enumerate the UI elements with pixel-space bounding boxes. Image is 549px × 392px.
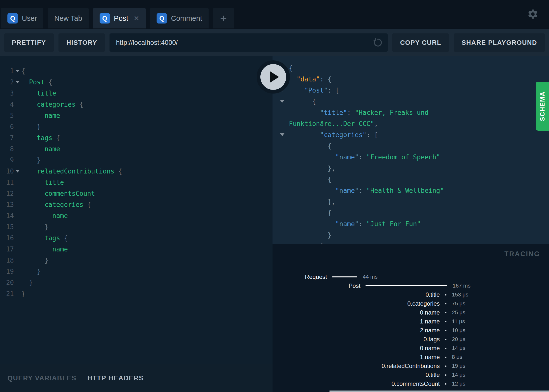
code-line: 11 title (0, 177, 273, 188)
tab-new-tab[interactable]: New Tab (48, 8, 88, 28)
code-text: tags { (21, 234, 68, 242)
tab-bar: Q User New Tab Q Post ✕ Q Comment + (0, 0, 549, 28)
schema-tab-button[interactable]: SCHEMA (536, 82, 549, 131)
trace-row: Post167 ms (273, 281, 549, 290)
history-button[interactable]: HISTORY (58, 33, 105, 52)
line-number: 19 (0, 268, 14, 275)
response-line: "name": "Freedom of Speech" (280, 151, 549, 163)
code-line: 3 title (0, 88, 273, 99)
code-line: 19 } (0, 266, 273, 277)
response-line: "title": "Hacker, Freaks und (280, 107, 549, 118)
query-variables-tab[interactable]: QUERY VARIABLES (7, 374, 77, 382)
tab-label: User (22, 14, 37, 23)
trace-label: Request (273, 273, 327, 280)
response-line: "Post": [ (280, 85, 549, 96)
response-line: { (280, 174, 549, 185)
line-number: 11 (0, 179, 14, 186)
trace-duration-value: 44 ms (363, 274, 378, 280)
line-number: 17 (0, 245, 14, 253)
code-text: name (21, 245, 68, 253)
code-line: 7 tags { (0, 132, 273, 143)
tracing-title: TRACING (504, 250, 540, 258)
code-line: 2 Post { (0, 76, 273, 88)
fold-arrow-icon[interactable] (280, 133, 289, 136)
code-text: categories { (21, 201, 91, 208)
line-number: 10 (0, 168, 14, 175)
tracing-panel: TRACING Request44 msPost167 ms0.title153… (273, 244, 549, 392)
code-line: 6 } (0, 121, 273, 132)
share-playground-button[interactable]: SHARE PLAYGROUND (454, 33, 545, 52)
toolbar: PRETTIFY HISTORY http://localhost:4000/ … (0, 29, 549, 56)
trace-duration-value: 12 μs (452, 381, 465, 387)
trace-row: 0.commentsCount12 μs (273, 379, 549, 388)
prettify-button[interactable]: PRETTIFY (4, 33, 54, 52)
execute-query-button[interactable] (257, 60, 290, 94)
horizontal-scrollbar-thumb[interactable] (329, 391, 549, 392)
line-number: 14 (0, 212, 14, 220)
code-line: 14 name (0, 210, 273, 221)
code-line: 17 name (0, 244, 273, 255)
code-line: 15 } (0, 221, 273, 232)
trace-label: 0.relatedContributions (273, 363, 440, 369)
code-text: } (21, 290, 25, 297)
line-number: 7 (0, 134, 14, 142)
trace-duration-value: 25 μs (452, 309, 465, 316)
code-text: name (21, 112, 60, 119)
left-pane: 1{2 Post {3 title4 categories {5 name6 }… (0, 56, 273, 392)
response-line: "name": "Health & Wellbeing" (280, 185, 549, 196)
trace-label: 1.name (273, 354, 440, 361)
tab-user[interactable]: Q User (1, 8, 43, 28)
response-line: Funktionäre...Der CCC", (280, 118, 549, 129)
response-line: }, (280, 196, 549, 207)
code-line: 20 } (0, 277, 273, 288)
trace-label: 0.tags (273, 336, 440, 343)
reload-schema-icon[interactable] (372, 37, 383, 48)
tab-label: Comment (171, 14, 202, 23)
trace-duration-bar (445, 374, 446, 376)
response-text: { (289, 64, 293, 72)
trace-row: 1.name11 μs (273, 317, 549, 326)
code-line: 12 commentsCount (0, 188, 273, 199)
response-line: "categories": [ (280, 129, 549, 140)
response-text: { (289, 176, 331, 183)
tab-comment[interactable]: Q Comment (150, 8, 209, 28)
response-line: "name": "Just For Fun" (280, 218, 549, 229)
close-tab-icon[interactable]: ✕ (134, 14, 139, 22)
fold-arrow-icon[interactable] (14, 170, 21, 172)
line-number: 15 (0, 223, 14, 231)
trace-duration-bar (445, 330, 446, 331)
trace-label: 0.name (273, 345, 440, 352)
trace-duration-bar (365, 285, 447, 286)
fold-arrow-icon[interactable] (14, 70, 21, 72)
trace-row: 0.name25 μs (273, 308, 549, 317)
code-text: name (21, 212, 68, 220)
editor-bottom-bar: QUERY VARIABLES HTTP HEADERS (0, 364, 273, 392)
trace-duration-value: 11 μs (452, 318, 465, 325)
line-number: 1 (0, 67, 14, 75)
response-text: "categories": [ (289, 131, 378, 139)
endpoint-url-input[interactable]: http://localhost:4000/ (110, 33, 388, 52)
response-text: "name": "Health & Wellbeing" (289, 187, 444, 194)
query-editor[interactable]: 1{2 Post {3 title4 categories {5 name6 }… (0, 56, 273, 364)
trace-row: Request44 ms (273, 272, 549, 281)
code-text: name (21, 145, 60, 153)
code-line: 18 } (0, 255, 273, 266)
fold-arrow-icon[interactable] (280, 100, 289, 103)
line-number: 13 (0, 201, 14, 208)
response-text: { (289, 209, 331, 217)
copy-curl-button[interactable]: COPY CURL (392, 33, 449, 52)
code-text: categories { (21, 101, 83, 108)
trace-duration-bar (445, 294, 446, 295)
settings-gear-icon[interactable] (527, 8, 539, 20)
tab-post[interactable]: Q Post ✕ (93, 8, 146, 28)
trace-duration-bar (445, 303, 446, 304)
response-text: Funktionäre...Der CCC", (289, 120, 378, 127)
http-headers-tab[interactable]: HTTP HEADERS (87, 374, 144, 382)
trace-row: 2.name10 μs (273, 326, 549, 335)
line-number: 16 (0, 234, 14, 242)
trace-label: Post (273, 282, 360, 289)
add-tab-button[interactable]: + (213, 8, 234, 28)
fold-arrow-icon[interactable] (14, 81, 21, 83)
response-text: "Post": [ (289, 87, 339, 94)
code-text: } (21, 279, 33, 286)
